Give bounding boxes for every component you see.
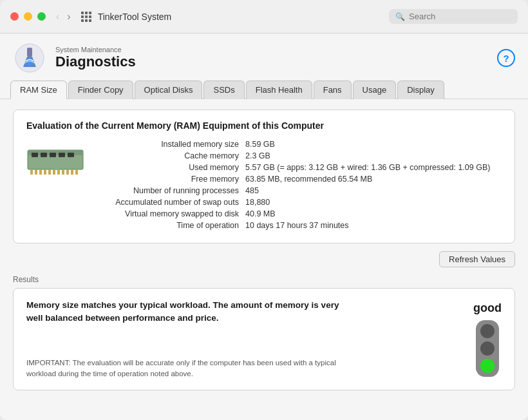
svg-rect-12: [35, 169, 37, 175]
svg-rect-20: [71, 169, 73, 175]
indicator-bottom: [480, 359, 495, 373]
table-row: Number of running processes 485: [97, 186, 502, 195]
search-input[interactable]: [409, 12, 511, 21]
memory-info-box: Evaluation of the Current Memory (RAM) E…: [13, 110, 515, 243]
tab-ram-size[interactable]: RAM Size: [10, 81, 67, 99]
svg-rect-17: [57, 169, 60, 175]
app-icon: [13, 41, 46, 75]
value-swapouts: 18,880: [245, 198, 270, 207]
results-text-area: Memory size matches your typical workloa…: [26, 299, 460, 379]
good-label: good: [473, 301, 502, 315]
svg-rect-10: [68, 153, 74, 157]
svg-rect-11: [30, 169, 33, 175]
table-row: Installed memory size 8.59 GB: [97, 140, 502, 149]
tab-optical-disks[interactable]: Optical Disks: [135, 81, 203, 99]
back-button[interactable]: ‹: [53, 10, 62, 24]
svg-rect-16: [53, 169, 55, 175]
tab-finder-copy[interactable]: Finder Copy: [68, 81, 133, 99]
traffic-lights: [10, 12, 46, 21]
table-row: Used memory 5.57 GB (= apps: 3.12 GB + w…: [97, 163, 502, 172]
svg-rect-21: [75, 169, 78, 175]
label-swapouts: Accumulated number of swap outs: [97, 198, 245, 207]
search-bar: 🔍: [389, 9, 518, 24]
header-text: System Maintenance Diagnostics: [55, 46, 136, 70]
value-used: 5.57 GB (= apps: 3.12 GB + wired: 1.36 G…: [245, 163, 490, 172]
value-vswap: 40.9 MB: [245, 209, 276, 218]
svg-rect-7: [41, 153, 47, 157]
close-button[interactable]: [10, 12, 19, 21]
memory-table: Installed memory size 8.59 GB Cache memo…: [97, 140, 502, 233]
refresh-button[interactable]: Refresh Values: [439, 251, 515, 267]
svg-rect-13: [39, 169, 42, 175]
table-row: Accumulated number of swap outs 18,880: [97, 198, 502, 207]
forward-button[interactable]: ›: [64, 10, 73, 24]
label-free: Free memory: [97, 175, 245, 184]
indicator-middle: [480, 341, 495, 356]
table-row: Virtual memory swapped to disk 40.9 MB: [97, 209, 502, 218]
app-title: TinkerTool System: [98, 12, 389, 22]
value-cache: 2.3 GB: [245, 151, 270, 160]
tabs-bar: RAM Size Finder Copy Optical Disks SSDs …: [0, 80, 528, 99]
svg-rect-18: [62, 169, 64, 175]
indicator-top: [480, 324, 495, 338]
table-row: Cache memory 2.3 GB: [97, 151, 502, 160]
breadcrumb: System Maintenance: [55, 46, 136, 53]
traffic-light-indicator: [476, 320, 499, 377]
value-installed: 8.59 GB: [245, 140, 275, 149]
svg-rect-22: [55, 168, 59, 170]
results-note: IMPORTANT: The evaluation will be accura…: [26, 358, 460, 380]
svg-rect-8: [50, 153, 56, 157]
value-free: 63.85 MB, recommended 65.54 MB: [245, 175, 372, 184]
nav-arrows: ‹ ›: [53, 10, 73, 24]
value-processes: 485: [245, 186, 259, 195]
label-processes: Number of running processes: [97, 186, 245, 195]
svg-rect-19: [66, 169, 69, 175]
table-row: Time of operation 10 days 17 hours 37 mi…: [97, 221, 502, 230]
svg-rect-15: [48, 169, 51, 175]
tab-fans[interactable]: Fans: [314, 81, 352, 99]
memory-box-title: Evaluation of the Current Memory (RAM) E…: [26, 120, 502, 131]
refresh-row: Refresh Values: [13, 251, 515, 267]
page-title: Diagnostics: [55, 53, 136, 70]
grid-icon[interactable]: [81, 12, 91, 22]
label-cache: Cache memory: [97, 151, 245, 160]
tab-ssds[interactable]: SSDs: [203, 81, 244, 99]
label-time: Time of operation: [97, 221, 245, 230]
results-label: Results: [13, 275, 515, 284]
tab-usage[interactable]: Usage: [353, 81, 397, 99]
label-installed: Installed memory size: [97, 140, 245, 149]
svg-rect-9: [59, 153, 65, 157]
memory-content: Installed memory size 8.59 GB Cache memo…: [26, 140, 502, 233]
help-button[interactable]: ?: [497, 49, 515, 67]
tab-display[interactable]: Display: [397, 81, 444, 99]
page-header: System Maintenance Diagnostics ?: [0, 33, 528, 80]
value-time: 10 days 17 hours 37 minutes: [245, 221, 349, 230]
minimize-button[interactable]: [24, 12, 32, 21]
search-icon: 🔍: [395, 12, 405, 21]
titlebar: ‹ › TinkerTool System 🔍: [0, 0, 528, 33]
tab-flash-health[interactable]: Flash Health: [246, 81, 312, 99]
results-main-text: Memory size matches your typical workloa…: [26, 299, 460, 325]
svg-rect-6: [32, 153, 38, 157]
results-indicator: good: [473, 301, 502, 377]
ram-image: [26, 140, 84, 233]
svg-rect-1: [27, 48, 32, 57]
label-vswap: Virtual memory swapped to disk: [97, 209, 245, 218]
table-row: Free memory 63.85 MB, recommended 65.54 …: [97, 175, 502, 184]
main-panel: Evaluation of the Current Memory (RAM) E…: [0, 99, 528, 420]
svg-rect-14: [44, 169, 46, 175]
maximize-button[interactable]: [37, 12, 46, 21]
results-box: Memory size matches your typical workloa…: [13, 288, 515, 390]
content-area: System Maintenance Diagnostics ? RAM Siz…: [0, 33, 528, 420]
label-used: Used memory: [97, 163, 245, 172]
results-section: Results Memory size matches your typical…: [13, 275, 515, 390]
